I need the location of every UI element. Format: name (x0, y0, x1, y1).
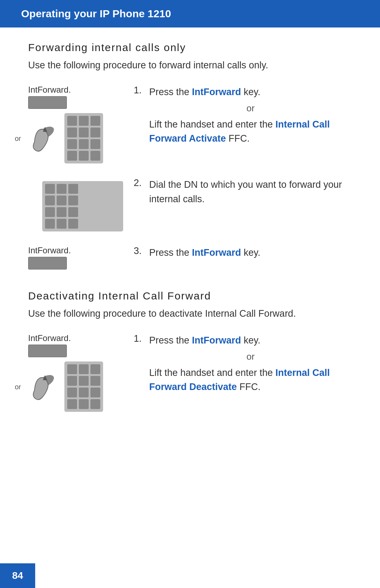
section2-step1-content: Press the IntForward key. (149, 333, 260, 348)
step2-images (28, 178, 123, 231)
page-number: 84 (0, 563, 35, 588)
section2-desc: Use the following procedure to deactivat… (28, 308, 352, 319)
intforward-widget-1: IntForward. (28, 85, 123, 109)
section1-desc: Use the following procedure to forward i… (28, 60, 352, 71)
intforward-label-2: IntForward. (28, 246, 71, 255)
or-label-1: or (15, 134, 21, 142)
section2-step1-num: 1. (134, 333, 149, 344)
step3-block: IntForward. 3. Press the IntForward key. (28, 246, 352, 272)
step1-lift: Lift the handset and enter the Internal … (149, 117, 352, 146)
intforward-widget-3: IntForward. (28, 333, 123, 357)
section2-title: Deactivating Internal Call Forward (28, 290, 352, 302)
intforward-button-2[interactable] (28, 257, 67, 270)
step2-block: 2. Dial the DN to which you want to forw… (28, 178, 352, 231)
step1-press: 1. Press the IntForward key. (134, 85, 352, 99)
handset-icon-1 (28, 123, 62, 154)
step1-block: IntForward. or (28, 85, 352, 163)
section2-step1-text: 1. Press the IntForward key. or Lift the… (123, 333, 352, 394)
handset-icon-2 (28, 371, 62, 403)
intforward-button-1[interactable] (28, 96, 67, 109)
keypad-icon-1 (64, 113, 103, 163)
intforward-button-3[interactable] (28, 345, 67, 357)
step3-num: 3. (134, 246, 149, 256)
step1-images: IntForward. or (28, 85, 123, 163)
handset-row-2: or (28, 361, 123, 412)
handset-keypad-1 (28, 113, 123, 163)
page-content: Forwarding internal calls only Use the f… (0, 42, 380, 465)
section1-title: Forwarding internal calls only (28, 42, 352, 54)
section-forwarding: Forwarding internal calls only Use the f… (28, 42, 352, 272)
step2-content: Dial the DN to which you want to forward… (149, 178, 352, 206)
step1-text: 1. Press the IntForward key. or Lift the… (123, 85, 352, 146)
header-title: Operating your IP Phone 1210 (21, 8, 171, 19)
step2-num: 2. (134, 178, 149, 188)
step3-content: Press the IntForward key. (149, 246, 260, 260)
section2-step1-lift: Lift the handset and enter the Internal … (149, 366, 352, 394)
intforward-label-1: IntForward. (28, 85, 71, 95)
section2-step1-block: IntForward. or (28, 333, 352, 412)
header-bar: Operating your IP Phone 1210 (0, 0, 380, 27)
section-deactivating: Deactivating Internal Call Forward Use t… (28, 290, 352, 412)
section2-step1-press: 1. Press the IntForward key. (134, 333, 352, 348)
keypad-icon-2 (42, 181, 123, 231)
step2-row: 2. Dial the DN to which you want to forw… (134, 178, 352, 206)
step3-text: 3. Press the IntForward key. (123, 246, 352, 263)
intforward-widget-2: IntForward. (28, 246, 123, 270)
intforward-label-3: IntForward. (28, 333, 71, 343)
step1-num: 1. (134, 85, 149, 96)
step1-content: Press the IntForward key. (149, 85, 260, 99)
section2-step1-images: IntForward. or (28, 333, 123, 412)
section2-step1-or: or (149, 351, 352, 362)
step2-text: 2. Dial the DN to which you want to forw… (123, 178, 352, 209)
keypad-icon-3 (64, 361, 103, 412)
step1-or: or (149, 103, 352, 114)
step3-row: 3. Press the IntForward key. (134, 246, 352, 260)
step3-images: IntForward. (28, 246, 123, 272)
or-label-2: or (15, 383, 21, 391)
handset-keypad-2 (28, 361, 123, 412)
handset-row-1: or (28, 113, 123, 163)
